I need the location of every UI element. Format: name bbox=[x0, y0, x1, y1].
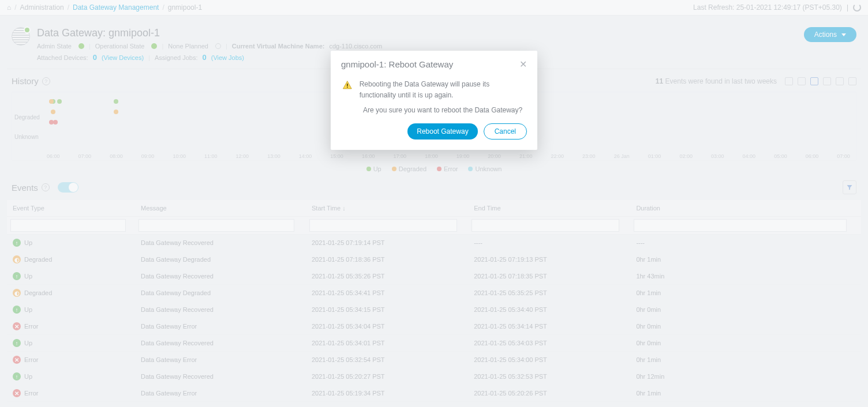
modal-actions: Reboot Gateway Cancel bbox=[331, 120, 537, 150]
reboot-modal: gnmipool-1: Reboot Gateway ✕ Rebooting t… bbox=[331, 51, 537, 150]
svg-rect-0 bbox=[347, 84, 347, 86]
modal-header: gnmipool-1: Reboot Gateway ✕ bbox=[331, 51, 537, 74]
warning-icon bbox=[342, 79, 353, 92]
modal-title: gnmipool-1: Reboot Gateway bbox=[341, 59, 453, 69]
cancel-button[interactable]: Cancel bbox=[484, 123, 527, 140]
modal-question: Are you sure you want to reboot the Data… bbox=[331, 103, 537, 120]
close-icon: ✕ bbox=[519, 59, 527, 69]
reboot-gateway-button[interactable]: Reboot Gateway bbox=[407, 123, 477, 140]
modal-close-button[interactable]: ✕ bbox=[519, 59, 527, 70]
modal-body: Rebooting the Data Gateway will pause it… bbox=[331, 74, 537, 103]
modal-body-text: Rebooting the Data Gateway will pause it… bbox=[360, 79, 526, 100]
modal-backdrop[interactable]: gnmipool-1: Reboot Gateway ✕ Rebooting t… bbox=[0, 0, 868, 407]
svg-rect-1 bbox=[347, 87, 347, 88]
